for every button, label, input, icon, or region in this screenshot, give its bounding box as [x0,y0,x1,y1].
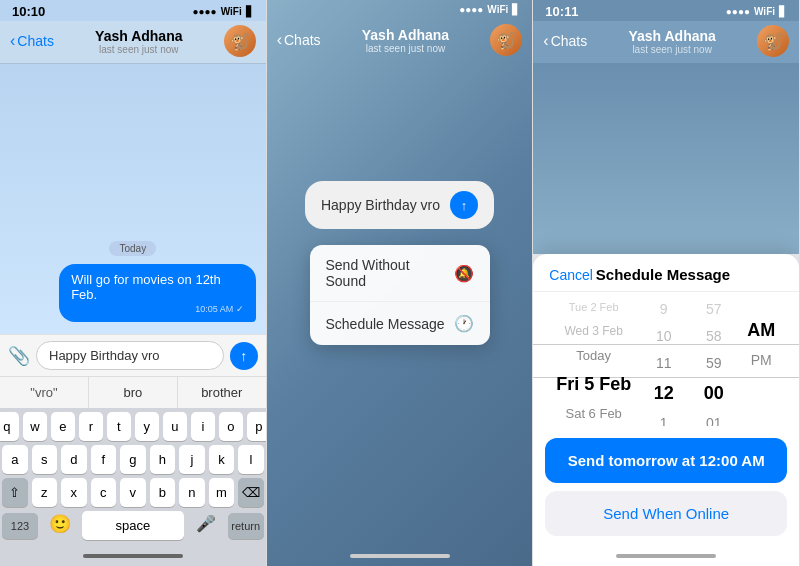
home-indicator-1 [0,546,266,566]
key-shift[interactable]: ⇧ [2,478,28,507]
key-d[interactable]: d [61,445,87,474]
chevron-left-icon: ‹ [10,32,15,50]
chat-area-1: Today Will go for movies on 12th Feb. 10… [0,64,266,334]
key-123[interactable]: 123 [2,513,38,539]
attach-icon[interactable]: 📎 [8,345,30,367]
menu-item-send-without-sound[interactable]: Send Without Sound 🔕 [310,245,490,302]
key-v[interactable]: v [120,478,146,507]
back-label-2[interactable]: Chats [284,32,321,48]
send-button-1[interactable]: ↑ [230,342,258,370]
key-w[interactable]: w [23,412,47,441]
key-p[interactable]: p [247,412,267,441]
key-y[interactable]: y [135,412,159,441]
panel2-send-btn[interactable]: ↑ [450,191,478,219]
status-time-3: 10:11 [545,4,578,19]
send-tomorrow-button[interactable]: Send tomorrow at 12:00 AM [545,438,787,483]
picker-min-1: 58 [689,323,739,350]
key-f[interactable]: f [91,445,117,474]
panel-context-menu: ●●●● WiFi ▋ ‹ Chats Yash Adhana last see… [267,0,534,566]
back-label-1[interactable]: Chats [17,33,54,49]
kb-row-3: ⇧ z x c v b n m ⌫ [2,478,264,507]
avatar-2[interactable]: 🐒 [490,24,522,56]
contact-name-3: Yash Adhana [587,28,757,44]
autocomplete-item-0[interactable]: "vro" [0,377,89,408]
picker-hour-2: 11 [639,350,689,377]
status-icons-3: ●●●● WiFi ▋ [726,6,787,17]
send-when-online-button[interactable]: Send When Online [545,491,787,536]
status-time-1: 10:10 [12,4,45,19]
message-input-1[interactable]: Happy Birthday vro [36,341,224,370]
autocomplete-bar: "vro" bro brother [0,376,266,408]
key-delete[interactable]: ⌫ [238,478,264,507]
contact-status-1: last seen just now [54,44,224,55]
status-bar-1: 10:10 ●●●● WiFi ▋ [0,0,266,21]
back-button-3[interactable]: ‹ Chats [543,32,587,50]
schedule-header: Cancel Schedule Message [533,254,799,292]
autocomplete-item-1[interactable]: bro [89,377,178,408]
avatar-1[interactable]: 🐒 [224,25,256,57]
avatar-3[interactable]: 🐒 [757,25,789,57]
signal-icon: ●●●● [192,6,216,17]
picker-min-0: 57 [689,296,739,323]
nav-bar-1: ‹ Chats Yash Adhana last seen just now 🐒 [0,21,266,64]
date-badge: Today [10,238,256,256]
chat-area-3 [533,63,799,254]
key-mic[interactable]: 🎤 [188,514,224,533]
key-e[interactable]: e [51,412,75,441]
key-k[interactable]: k [209,445,235,474]
contact-name-2: Yash Adhana [321,27,491,43]
message-text-1: Will go for movies on 12th Feb. [71,272,244,302]
key-z[interactable]: z [32,478,58,507]
key-return[interactable]: return [228,513,264,539]
time-picker[interactable]: Tue 2 Feb Wed 3 Feb Today Fri 5 Feb Sat … [533,292,799,430]
nav-bar-3: ‹ Chats Yash Adhana last seen just now 🐒 [533,21,799,63]
kb-row-2: a s d f g h j k l [2,445,264,474]
key-c[interactable]: c [91,478,117,507]
key-t[interactable]: t [107,412,131,441]
picker-day-1: Wed 3 Feb [549,319,639,343]
key-m[interactable]: m [209,478,235,507]
key-x[interactable]: x [61,478,87,507]
key-a[interactable]: a [2,445,28,474]
key-l[interactable]: l [238,445,264,474]
picker-col-days[interactable]: Tue 2 Feb Wed 3 Feb Today Fri 5 Feb Sat … [549,296,639,426]
back-label-3[interactable]: Chats [551,33,588,49]
picker-col-hour[interactable]: 9 10 11 12 1 2 3 [639,296,689,426]
home-bar-1 [83,554,183,558]
picker-hour-0: 9 [639,296,689,323]
signal-icon-2: ●●●● [459,4,483,15]
wifi-icon-2: WiFi [487,4,508,15]
key-o[interactable]: o [219,412,243,441]
key-q[interactable]: q [0,412,19,441]
key-n[interactable]: n [179,478,205,507]
key-s[interactable]: s [32,445,58,474]
key-j[interactable]: j [179,445,205,474]
kb-row-1: q w e r t y u i o p [2,412,264,441]
back-button-1[interactable]: ‹ Chats [10,32,54,50]
picker-col-ampm[interactable]: AM PM [739,296,784,426]
cancel-button[interactable]: Cancel [549,267,593,283]
key-space[interactable]: space [82,511,184,540]
nav-center-2: Yash Adhana last seen just now [321,27,491,54]
key-u[interactable]: u [163,412,187,441]
panel2-msg-bubble: Happy Birthday vro ↑ [305,181,494,229]
picker-day-4: Sat 6 Feb [549,401,639,426]
key-g[interactable]: g [120,445,146,474]
key-emoji[interactable]: 🙂 [42,513,78,535]
menu-item-schedule-message[interactable]: Schedule Message 🕐 [310,302,490,345]
key-b[interactable]: b [150,478,176,507]
key-r[interactable]: r [79,412,103,441]
message-time-1: 10:05 AM ✓ [71,304,244,314]
contact-status-2: last seen just now [321,43,491,54]
picker-day-selected: Fri 5 Feb [549,368,639,401]
autocomplete-item-2[interactable]: brother [178,377,266,408]
home-bar-2 [350,554,450,558]
wifi-icon: WiFi [221,6,242,17]
key-h[interactable]: h [150,445,176,474]
schedule-title: Schedule Message [596,266,730,283]
schedule-sheet: Cancel Schedule Message Tue 2 Feb Wed 3 … [533,254,799,548]
picker-col-minute[interactable]: 57 58 59 00 01 02 03 [689,296,739,426]
keyboard: q w e r t y u i o p a s d f g h j k l [0,408,266,546]
back-button-2[interactable]: ‹ Chats [277,31,321,49]
key-i[interactable]: i [191,412,215,441]
